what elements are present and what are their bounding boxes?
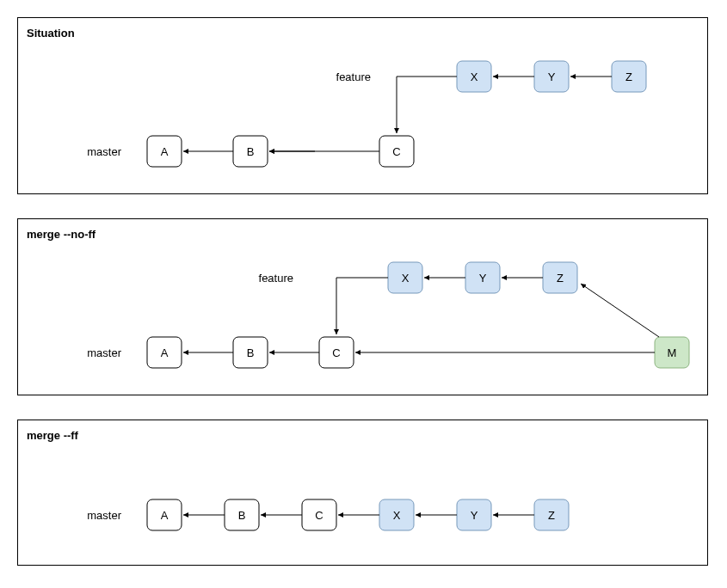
panel-title: Situation	[27, 27, 75, 40]
commit-y: Y	[457, 499, 491, 530]
commit-x: X	[457, 61, 491, 92]
branch-label-master: master	[87, 509, 121, 522]
commit-b: B	[233, 337, 268, 368]
svg-text:C: C	[332, 346, 340, 359]
svg-text:B: B	[247, 145, 255, 158]
svg-text:B: B	[247, 346, 255, 359]
branch-label-master: master	[87, 346, 121, 359]
commit-m: M	[655, 337, 689, 368]
panel-merge-ff: merge --ff master A B C X Y Z	[17, 420, 708, 566]
commit-y: Y	[465, 262, 500, 293]
branch-label-master: master	[87, 145, 121, 158]
svg-text:A: A	[161, 346, 169, 359]
commit-a: A	[147, 337, 182, 368]
commit-b: B	[233, 136, 268, 167]
commit-c: C	[319, 337, 354, 368]
svg-text:Z: Z	[548, 509, 555, 522]
svg-text:X: X	[393, 509, 401, 522]
arrow-x-c	[336, 278, 388, 334]
panel-merge-no-ff: merge --no-ff master feature A B C X Y Z…	[17, 218, 708, 395]
svg-text:Y: Y	[479, 272, 487, 285]
commit-b: B	[225, 499, 259, 530]
commit-x: X	[388, 262, 422, 293]
commit-a: A	[147, 136, 182, 167]
svg-text:Z: Z	[625, 70, 632, 83]
arrow-m-z	[581, 284, 659, 337]
svg-text:B: B	[238, 509, 246, 522]
panel-situation: Situation master feature A B C X Y Z C	[17, 17, 708, 194]
commit-c: C	[302, 499, 336, 530]
commit-y: Y	[534, 61, 569, 92]
svg-text:A: A	[161, 509, 169, 522]
commit-x: X	[379, 499, 414, 530]
arrow-x-c	[397, 77, 457, 133]
svg-text:X: X	[471, 70, 478, 83]
svg-text:C: C	[315, 509, 323, 522]
commit-c: C	[379, 136, 414, 167]
commit-z: Z	[612, 61, 646, 92]
commit-a: A	[147, 499, 182, 530]
svg-text:Y: Y	[471, 509, 478, 522]
branch-label-feature: feature	[259, 272, 293, 285]
svg-text:Z: Z	[557, 272, 564, 285]
svg-text:M: M	[668, 346, 677, 359]
panel-title: merge --no-ff	[27, 228, 95, 241]
commit-z: Z	[543, 262, 577, 293]
svg-text:C: C	[392, 145, 400, 158]
svg-text:A: A	[161, 145, 169, 158]
branch-label-feature: feature	[336, 70, 371, 83]
svg-text:Y: Y	[548, 70, 556, 83]
svg-text:X: X	[402, 272, 410, 285]
panel-title: merge --ff	[27, 429, 78, 442]
commit-z: Z	[534, 499, 569, 530]
